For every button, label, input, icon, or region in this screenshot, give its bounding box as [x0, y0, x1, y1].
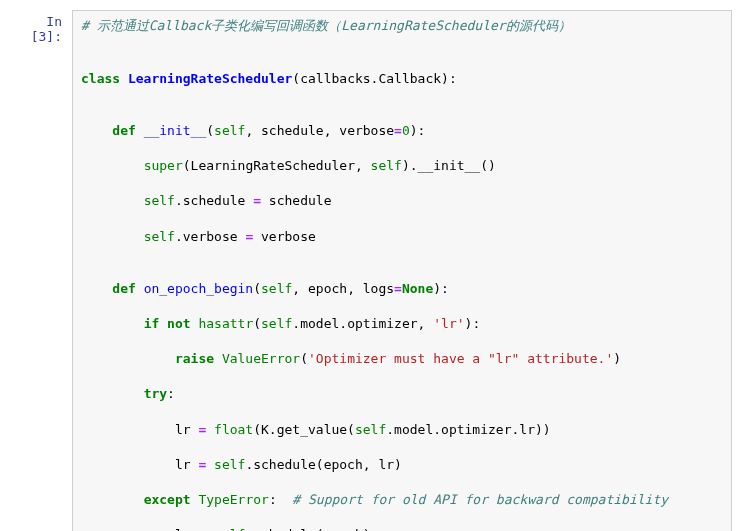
kw-class: class — [81, 71, 120, 86]
code-text: verbose — [253, 229, 316, 244]
notebook-cell: In [3]: # 示范通过Callback子类化编写回调函数（Learning… — [12, 10, 732, 531]
comment: # Support for old API for backward compa… — [292, 492, 668, 507]
code-text: : — [269, 492, 292, 507]
code-text: .verbose — [175, 229, 245, 244]
code-text: (K.get_value( — [253, 422, 355, 437]
self: self — [355, 422, 386, 437]
builtin-super: super — [144, 158, 183, 173]
kw-not: not — [167, 316, 190, 331]
code-text: (callbacks.Callback): — [292, 71, 456, 86]
self: self — [214, 457, 245, 472]
op: = — [253, 193, 261, 208]
code-text: .schedule(epoch, lr) — [245, 457, 402, 472]
code-text: .schedule — [175, 193, 253, 208]
kw-except: except — [144, 492, 191, 507]
num: 0 — [402, 123, 410, 138]
exc-typeerror: TypeError — [198, 492, 268, 507]
self: self — [261, 316, 292, 331]
kw-raise: raise — [175, 351, 214, 366]
kw-if: if — [144, 316, 160, 331]
self: self — [144, 229, 175, 244]
code-text: .model.optimizer, — [292, 316, 433, 331]
code-text: ): — [433, 281, 449, 296]
code-text: ): — [465, 316, 481, 331]
code-text: ) — [613, 351, 621, 366]
code-text: .schedule(epoch) — [245, 527, 370, 531]
code-text: ( — [300, 351, 308, 366]
code-input-area[interactable]: # 示范通过Callback子类化编写回调函数（LearningRateSche… — [72, 10, 732, 531]
builtin-hasattr: hasattr — [198, 316, 253, 331]
code-text: .model.optimizer.lr)) — [386, 422, 550, 437]
code-text: ( — [253, 316, 261, 331]
code-text: ): — [410, 123, 426, 138]
kw-def: def — [112, 281, 135, 296]
code-text: ).__init__() — [402, 158, 496, 173]
code-text: schedule — [261, 193, 331, 208]
builtin-float: float — [214, 422, 253, 437]
code-text: : — [167, 386, 175, 401]
const-none: None — [402, 281, 433, 296]
input-prompt: In [3]: — [12, 10, 72, 44]
exc-valueerror: ValueError — [222, 351, 300, 366]
code-text: ( — [206, 123, 214, 138]
self: self — [214, 123, 245, 138]
class-name: LearningRateScheduler — [128, 71, 292, 86]
kw-try: try — [144, 386, 167, 401]
code-text: , schedule, verbose — [245, 123, 394, 138]
kw-def: def — [112, 123, 135, 138]
self: self — [261, 281, 292, 296]
string: 'lr' — [433, 316, 464, 331]
op: = — [394, 123, 402, 138]
code-text: , epoch, logs — [292, 281, 394, 296]
code-text: ( — [253, 281, 261, 296]
op: = — [394, 281, 402, 296]
code-text: lr — [175, 457, 198, 472]
self: self — [144, 193, 175, 208]
self: self — [371, 158, 402, 173]
self: self — [214, 527, 245, 531]
code-text — [206, 527, 214, 531]
code-text — [206, 457, 214, 472]
fn-init: __init__ — [144, 123, 207, 138]
code-text: lr — [175, 527, 198, 531]
string: 'Optimizer must have a "lr" attribute.' — [308, 351, 613, 366]
comment: # 示范通过Callback子类化编写回调函数（LearningRateSche… — [81, 18, 571, 33]
code-text: (LearningRateScheduler, — [183, 158, 371, 173]
code-text — [206, 422, 214, 437]
code-text: lr — [175, 422, 198, 437]
fn-on-epoch-begin: on_epoch_begin — [144, 281, 254, 296]
